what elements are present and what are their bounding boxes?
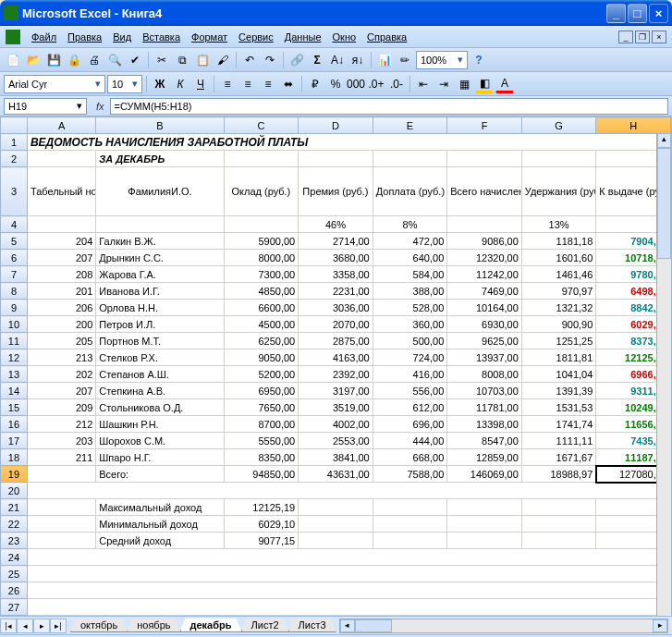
table-cell[interactable]: 207 bbox=[27, 250, 95, 266]
table-cell[interactable]: 206 bbox=[27, 300, 95, 316]
stat-value[interactable]: 12125,19 bbox=[224, 499, 299, 516]
horizontal-scrollbar[interactable]: ◂ ▸ bbox=[339, 619, 668, 633]
table-cell[interactable]: Стольникова О.Д. bbox=[96, 399, 224, 416]
row-header[interactable]: 9 bbox=[1, 300, 28, 316]
underline-icon[interactable]: Ч bbox=[191, 75, 210, 93]
table-cell[interactable]: 556,00 bbox=[373, 383, 447, 399]
row-header[interactable]: 8 bbox=[1, 283, 28, 300]
table-cell[interactable]: 7300,00 bbox=[224, 266, 299, 283]
row-header[interactable]: 7 bbox=[1, 266, 28, 283]
table-header[interactable]: Удержания (руб.) bbox=[521, 167, 596, 216]
total-label[interactable]: Всего: bbox=[96, 466, 224, 483]
table-cell[interactable]: Галкин В.Ж. bbox=[96, 233, 224, 250]
close-button[interactable]: × bbox=[649, 4, 668, 23]
menu-tools[interactable]: Сервис bbox=[233, 30, 279, 44]
table-cell[interactable]: Жарова Г.А. bbox=[96, 266, 224, 283]
row-header[interactable]: 20 bbox=[1, 483, 28, 499]
table-cell[interactable]: 584,00 bbox=[373, 266, 447, 283]
table-cell[interactable]: 1601,60 bbox=[521, 250, 596, 266]
font-name-select[interactable]: Arial Cyr▾ bbox=[4, 75, 105, 93]
align-right-icon[interactable]: ≡ bbox=[259, 75, 277, 93]
tab-next-icon[interactable]: ▸ bbox=[33, 619, 50, 633]
table-cell[interactable]: Степкина А.В. bbox=[96, 383, 224, 399]
sort-desc-icon[interactable]: я↓ bbox=[348, 51, 367, 69]
autosum-icon[interactable]: Σ bbox=[308, 51, 326, 69]
table-cell[interactable]: 6950,00 bbox=[224, 383, 299, 399]
row-header[interactable]: 3 bbox=[1, 167, 28, 216]
row-header[interactable]: 1 bbox=[1, 134, 28, 151]
table-cell[interactable]: 1811,81 bbox=[521, 349, 596, 366]
table-cell[interactable]: 3680,00 bbox=[299, 250, 373, 266]
decrease-decimal-icon[interactable]: .0- bbox=[387, 75, 406, 93]
row-header[interactable]: 18 bbox=[1, 449, 28, 466]
bold-icon[interactable]: Ж bbox=[151, 75, 169, 93]
scroll-up-icon[interactable]: ▴ bbox=[657, 133, 671, 148]
table-cell[interactable]: 970,97 bbox=[521, 283, 596, 300]
total-cell[interactable]: 7588,00 bbox=[373, 466, 447, 483]
table-cell[interactable]: 13398,00 bbox=[447, 416, 522, 433]
row-header[interactable]: 22 bbox=[1, 516, 28, 533]
sheet-tab[interactable]: Лист2 bbox=[241, 619, 289, 632]
vertical-scrollbar[interactable]: ▴ bbox=[656, 133, 671, 616]
save-icon[interactable]: 💾 bbox=[44, 51, 63, 69]
row-header[interactable]: 12 bbox=[1, 349, 28, 366]
period-cell[interactable]: ЗА ДЕКАБРЬ bbox=[96, 151, 224, 167]
sort-asc-icon[interactable]: A↓ bbox=[328, 51, 347, 69]
table-cell[interactable]: 205 bbox=[27, 333, 95, 349]
merge-icon[interactable]: ⬌ bbox=[279, 75, 298, 93]
maximize-button[interactable]: □ bbox=[628, 4, 647, 23]
doc-restore-button[interactable]: ❐ bbox=[635, 31, 650, 43]
table-cell[interactable]: 444,00 bbox=[373, 433, 447, 449]
doc-close-button[interactable]: × bbox=[652, 31, 666, 43]
sheet-tab[interactable]: Лист3 bbox=[288, 619, 336, 632]
hyperlink-icon[interactable]: 🔗 bbox=[287, 51, 306, 69]
table-cell[interactable]: Шашкин Р.Н. bbox=[96, 416, 224, 433]
table-cell[interactable]: Иванова И.Г. bbox=[96, 283, 224, 300]
comma-icon[interactable]: 000 bbox=[347, 75, 365, 93]
table-cell[interactable]: Шорохов С.М. bbox=[96, 433, 224, 449]
table-header[interactable]: ФамилияИ.О. bbox=[96, 167, 224, 216]
table-cell[interactable]: 3358,00 bbox=[299, 266, 373, 283]
table-header[interactable]: Всего начислено (руб.) bbox=[447, 167, 522, 216]
table-cell[interactable]: 3519,00 bbox=[299, 399, 373, 416]
col-header[interactable]: G bbox=[521, 117, 596, 134]
table-cell[interactable]: 211 bbox=[27, 449, 95, 466]
table-cell[interactable]: 1741,74 bbox=[521, 416, 596, 433]
stat-label[interactable]: Минимальный доход bbox=[96, 516, 224, 533]
total-cell[interactable]: 43631,00 bbox=[299, 466, 373, 483]
table-cell[interactable]: 2392,00 bbox=[299, 366, 373, 383]
table-cell[interactable]: 1461,46 bbox=[521, 266, 596, 283]
col-header[interactable]: A bbox=[27, 117, 95, 134]
table-header[interactable]: Табельный номер bbox=[27, 167, 95, 216]
table-cell[interactable]: 8547,00 bbox=[447, 433, 522, 449]
table-cell[interactable]: 213 bbox=[27, 349, 95, 366]
table-cell[interactable]: 2070,00 bbox=[299, 316, 373, 333]
sheet-tab[interactable]: декабрь bbox=[180, 619, 242, 632]
row-header[interactable]: 19 bbox=[1, 466, 28, 483]
col-header[interactable]: H bbox=[596, 117, 671, 134]
minimize-button[interactable]: _ bbox=[606, 4, 626, 23]
col-header[interactable]: B bbox=[96, 117, 224, 134]
row-header[interactable]: 14 bbox=[1, 383, 28, 399]
italic-icon[interactable]: К bbox=[171, 75, 189, 93]
spellcheck-icon[interactable]: ✔ bbox=[126, 51, 144, 69]
table-cell[interactable]: 724,00 bbox=[373, 349, 447, 366]
col-header[interactable]: E bbox=[373, 117, 447, 134]
row-header[interactable]: 11 bbox=[1, 333, 28, 349]
stat-label[interactable]: Максимальный доход bbox=[96, 499, 224, 516]
col-header[interactable]: D bbox=[299, 117, 373, 134]
table-cell[interactable]: 8008,00 bbox=[447, 366, 522, 383]
table-cell[interactable]: 900,90 bbox=[521, 316, 596, 333]
stat-label[interactable]: Средний доход bbox=[96, 533, 224, 549]
paste-icon[interactable]: 📋 bbox=[193, 51, 212, 69]
tab-first-icon[interactable]: |◂ bbox=[0, 619, 17, 633]
undo-icon[interactable]: ↶ bbox=[240, 51, 259, 69]
table-cell[interactable]: 1041,04 bbox=[521, 366, 596, 383]
table-cell[interactable]: 13937,00 bbox=[447, 349, 522, 366]
table-cell[interactable]: 12320,00 bbox=[447, 250, 522, 266]
permission-icon[interactable]: 🔒 bbox=[65, 51, 83, 69]
table-cell[interactable]: 11242,00 bbox=[447, 266, 522, 283]
table-cell[interactable]: Дрынкин С.С. bbox=[96, 250, 224, 266]
percent-cell[interactable]: 8% bbox=[373, 216, 447, 233]
table-cell[interactable]: 1251,25 bbox=[521, 333, 596, 349]
